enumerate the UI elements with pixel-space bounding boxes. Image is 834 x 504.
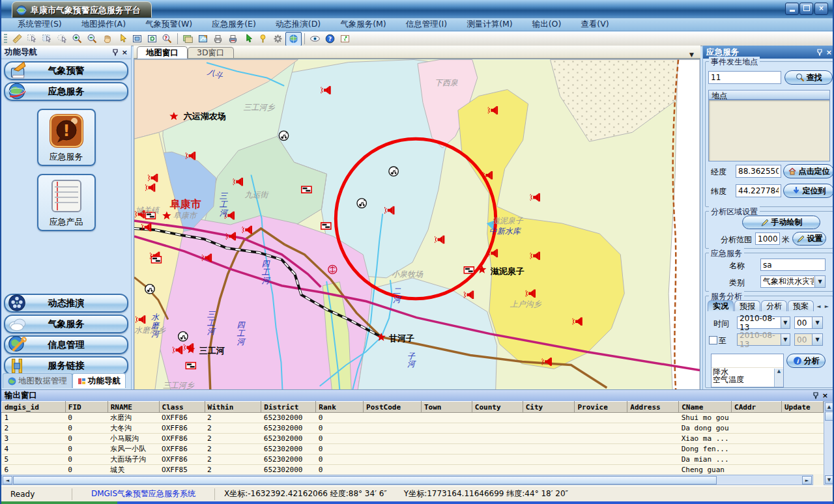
farm-marker-icon[interactable] bbox=[389, 167, 398, 176]
measure-icon[interactable] bbox=[10, 33, 25, 46]
analysis-tab-预报[interactable]: 预报 bbox=[734, 300, 760, 311]
sidebar-item-应急服务[interactable]: 应急服务 bbox=[4, 82, 128, 101]
place-list-header[interactable]: 地点 bbox=[708, 90, 830, 100]
service-type-select[interactable]: 气象和洪水灾害 ▼ bbox=[760, 275, 826, 288]
column-header[interactable]: Class bbox=[159, 402, 205, 413]
hour-select[interactable]: 00▼ bbox=[794, 316, 823, 329]
sidebar-item-服务链接[interactable]: 服务链接 bbox=[4, 356, 128, 375]
close-panel-icon[interactable]: × bbox=[822, 392, 828, 399]
globe-icon[interactable] bbox=[285, 32, 302, 46]
menu-item[interactable]: 查看(V) bbox=[571, 19, 618, 30]
eye-icon[interactable] bbox=[308, 33, 323, 46]
tab-3d-window[interactable]: 3D窗口 bbox=[188, 47, 234, 58]
v-scrollbar[interactable]: ▲ ▼ bbox=[824, 401, 834, 485]
tab-地图数据管理[interactable]: 地图数据管理 bbox=[3, 373, 72, 388]
manual-draw-button[interactable]: 手动绘制 bbox=[742, 216, 820, 229]
column-header[interactable]: FID bbox=[65, 402, 108, 413]
place-list[interactable] bbox=[708, 100, 830, 161]
column-header[interactable]: District bbox=[261, 402, 316, 413]
select-icon[interactable] bbox=[25, 33, 40, 46]
column-header[interactable]: County bbox=[472, 402, 523, 413]
column-header[interactable]: Town bbox=[421, 402, 472, 413]
map-canvas[interactable]: 六运湖农场三工河乡下西泉阜康市阜康市城关镇九运街滋泥泉子中新水库滋泥泉子小泉牧场… bbox=[134, 59, 700, 391]
refresh-icon[interactable] bbox=[145, 33, 160, 46]
pin-icon[interactable] bbox=[812, 392, 819, 399]
scroll-right-icon[interactable]: ► bbox=[802, 476, 812, 484]
service-name-input[interactable] bbox=[760, 259, 826, 271]
minimize-button[interactable] bbox=[785, 3, 799, 15]
close-panel-icon[interactable]: × bbox=[826, 49, 832, 56]
print-color-icon[interactable] bbox=[225, 33, 240, 46]
search-button[interactable]: 查找 bbox=[784, 70, 833, 85]
menu-item[interactable]: 应急服务(E) bbox=[202, 19, 266, 30]
table-row[interactable]: 30小马厩沟OXFF8626523020000Xiao ma ... bbox=[2, 434, 824, 444]
select-box-icon[interactable] bbox=[40, 33, 55, 46]
flag-marker-icon[interactable] bbox=[321, 223, 331, 229]
farm-marker-icon[interactable] bbox=[145, 285, 154, 294]
layers-icon[interactable] bbox=[180, 33, 195, 46]
tab-dropdown-icon[interactable]: ▼ bbox=[689, 51, 694, 58]
v-scroll-thumb[interactable] bbox=[825, 412, 833, 421]
toolbar-grip[interactable] bbox=[4, 34, 7, 44]
shortcut-应急产品[interactable]: 应急产品 bbox=[37, 174, 96, 231]
full-extent-icon[interactable] bbox=[130, 33, 145, 46]
select-lasso-icon[interactable] bbox=[55, 33, 70, 46]
farm-marker-icon[interactable] bbox=[279, 131, 288, 140]
menu-item[interactable]: 测量计算(M) bbox=[457, 19, 523, 30]
column-header[interactable]: CAddr bbox=[732, 402, 782, 413]
location-search-input[interactable] bbox=[708, 71, 781, 84]
column-header[interactable]: Address bbox=[627, 402, 679, 413]
sidebar-item-动态推演[interactable]: 动态推演 bbox=[4, 294, 128, 313]
column-header[interactable]: City bbox=[523, 402, 575, 413]
analysis-tab-实况[interactable]: 实况 bbox=[708, 300, 734, 311]
pin-icon[interactable] bbox=[816, 49, 823, 56]
tab-map-window[interactable]: 地图窗口 bbox=[137, 46, 188, 59]
click-locate-button[interactable]: 点击定位 bbox=[783, 164, 834, 178]
tab-scroll-arrows[interactable]: ◄ ► bbox=[816, 303, 830, 309]
date-select[interactable]: 2010-08-13▼ bbox=[737, 316, 790, 329]
listbox-scrollbar[interactable]: ▲ bbox=[774, 369, 783, 387]
analysis-tab-分析[interactable]: 分析 bbox=[761, 300, 787, 311]
factor-listbox[interactable]: 降水空气温度 ▲ bbox=[711, 354, 784, 387]
menu-item[interactable]: 气象预警(W) bbox=[136, 19, 202, 30]
print-icon[interactable] bbox=[210, 33, 225, 46]
to-checkbox[interactable] bbox=[709, 336, 717, 344]
farm-marker-icon[interactable] bbox=[179, 331, 188, 341]
analyze-button[interactable]: i 分析 bbox=[786, 354, 826, 368]
flag-marker-icon[interactable] bbox=[464, 267, 474, 273]
pick-icon[interactable] bbox=[240, 33, 255, 46]
zoom-in-icon[interactable] bbox=[70, 33, 85, 46]
help-icon[interactable]: ? bbox=[323, 33, 338, 46]
table-row[interactable]: 50大面场子沟OXFF8626523020000Da mian ... bbox=[2, 455, 824, 465]
latitude-input[interactable] bbox=[736, 184, 781, 197]
farm-marker-icon[interactable] bbox=[357, 199, 366, 208]
scroll-down-icon[interactable]: ▼ bbox=[825, 475, 833, 484]
snapshot-icon[interactable] bbox=[338, 33, 352, 46]
factor-item[interactable]: 空气温度 bbox=[712, 376, 783, 384]
flag-marker-icon[interactable] bbox=[186, 363, 195, 369]
sidebar-item-信息管理[interactable]: 信息管理 bbox=[4, 335, 128, 354]
pin-icon[interactable] bbox=[255, 33, 270, 46]
analysis-tab-预案[interactable]: 预案 bbox=[788, 300, 814, 311]
pointer-icon[interactable] bbox=[115, 33, 130, 46]
menu-item[interactable]: 系统管理(S) bbox=[8, 19, 72, 30]
range-input[interactable] bbox=[755, 232, 780, 245]
menu-item[interactable]: 气象服务(M) bbox=[330, 19, 396, 30]
menu-item[interactable]: 动态推演(D) bbox=[266, 19, 330, 30]
sidebar-item-气象服务[interactable]: 气象服务 bbox=[4, 315, 128, 333]
flag-marker-icon[interactable] bbox=[151, 257, 161, 263]
menu-item[interactable]: 地图操作(A) bbox=[72, 19, 136, 30]
menu-item[interactable]: 输出(O) bbox=[523, 19, 571, 30]
scroll-up-icon[interactable]: ▲ bbox=[825, 402, 833, 411]
goto-button[interactable]: 定位到 bbox=[783, 184, 834, 198]
zoom-out-icon[interactable] bbox=[85, 33, 100, 46]
pin-icon[interactable] bbox=[112, 49, 119, 56]
flag-marker-icon[interactable] bbox=[302, 186, 311, 193]
date-to-select[interactable]: 2010-08-13▼ bbox=[737, 333, 790, 346]
column-header[interactable]: Update bbox=[781, 402, 823, 413]
identify-icon[interactable]: ? bbox=[160, 33, 175, 46]
h-scrollbar[interactable]: ◄ ► bbox=[1, 475, 813, 485]
restore-button[interactable] bbox=[799, 3, 813, 15]
column-header[interactable]: CName bbox=[679, 402, 732, 413]
close-panel-icon[interactable]: × bbox=[122, 49, 128, 56]
